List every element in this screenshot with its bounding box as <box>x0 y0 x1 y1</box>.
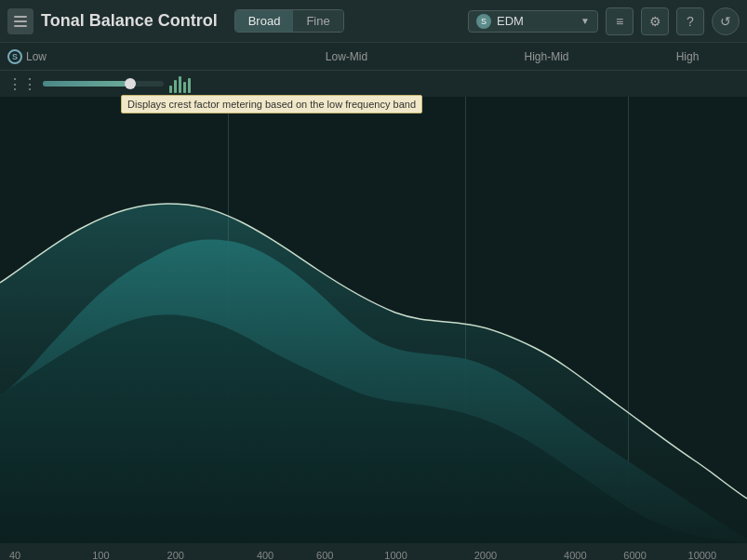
freq-label-100: 100 <box>92 550 109 560</box>
app-menu-button[interactable] <box>7 8 33 34</box>
freq-label-4000: 4000 <box>564 550 586 560</box>
help-button[interactable]: ? <box>676 7 704 35</box>
undo-icon: ↺ <box>720 14 731 29</box>
app-header: Tonal Balance Control Broad Fine S EDM ▼… <box>0 0 747 43</box>
slider-thumb[interactable] <box>125 78 136 89</box>
preset-icon: S <box>476 14 491 29</box>
freq-label-1000: 1000 <box>384 550 407 560</box>
app-title: Tonal Balance Control <box>41 11 218 31</box>
crest-factor-slider[interactable] <box>43 81 164 87</box>
level-meter <box>169 74 191 93</box>
band-highmid: High-Mid <box>465 43 628 70</box>
spectrum-chart-svg <box>0 97 747 543</box>
band-low: S Low <box>0 43 228 70</box>
band-high-label: High <box>676 50 700 63</box>
settings-button[interactable]: ⚙ <box>641 7 669 35</box>
freq-band-labels: S Low Low-Mid High-Mid High <box>0 43 747 71</box>
preset-name: EDM <box>497 14 575 28</box>
broad-button[interactable]: Broad <box>235 10 294 32</box>
freq-labels-row: 40 100 200 400 600 1000 2000 4000 6000 1… <box>0 543 747 560</box>
freq-label-200: 200 <box>167 550 184 560</box>
undo-button[interactable]: ↺ <box>712 7 740 35</box>
menu-lines-button[interactable]: ≡ <box>606 7 634 35</box>
tooltip-crest-factor: Displays crest factor metering based on … <box>121 95 422 113</box>
broad-fine-toggle: Broad Fine <box>234 9 344 33</box>
preset-dropdown[interactable]: S EDM ▼ <box>468 10 598 33</box>
freq-label-400: 400 <box>257 550 273 560</box>
fine-button[interactable]: Fine <box>293 10 342 32</box>
band-low-label: Low <box>26 50 47 63</box>
hamburger-icon: ≡ <box>616 14 623 29</box>
question-icon: ? <box>687 14 694 29</box>
band-lowmid: Low-Mid <box>228 43 465 70</box>
freq-label-10000: 10000 <box>688 550 717 560</box>
freq-label-600: 600 <box>316 550 333 560</box>
gear-icon: ⚙ <box>649 14 661 29</box>
freq-label-6000: 6000 <box>623 550 646 560</box>
band-highmid-label: High-Mid <box>524 50 568 63</box>
waveform-icon: ⋮⋮ <box>7 75 37 93</box>
band-lowmid-label: Low-Mid <box>326 50 367 63</box>
chevron-down-icon: ▼ <box>580 16 590 26</box>
freq-label-2000: 2000 <box>474 550 497 560</box>
band-high: High <box>628 43 747 70</box>
freq-label-40: 40 <box>9 550 20 560</box>
low-s-icon: S <box>7 49 22 64</box>
main-chart <box>0 97 747 543</box>
crest-factor-row: ⋮⋮ Crest Factor Displays crest factor me… <box>0 71 747 97</box>
